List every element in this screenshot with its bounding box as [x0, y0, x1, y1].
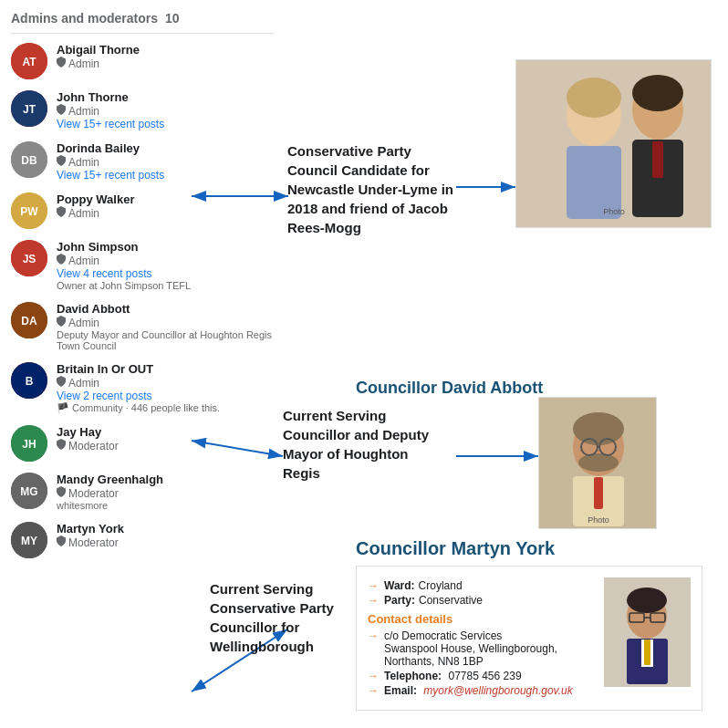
card-ward-value: Croyland: [419, 579, 463, 592]
card-arrow-ward: →: [368, 579, 379, 592]
avatar-poppy-walker: PW: [11, 192, 47, 229]
member-row-mandy-greenhalgh[interactable]: MGMandy GreenhalghModeratorwhitesmore: [11, 473, 274, 511]
member-info-abigail-thorne: Abigail ThorneAdmin: [57, 43, 274, 70]
annotation-conservative: Conservative Party Council Candidate for…: [287, 141, 456, 237]
svg-point-34: [632, 75, 683, 111]
member-name-john-thorne[interactable]: John Thorne: [57, 90, 274, 104]
svg-text:DB: DB: [21, 154, 37, 167]
annotation-councillor-text: Current Serving Councillor and Deputy Ma…: [283, 408, 429, 481]
card-ward-label: Ward:: [384, 579, 415, 592]
card-address-row: → c/o Democratic Services Swanspool Hous…: [368, 629, 593, 668]
member-name-mandy-greenhalgh[interactable]: Mandy Greenhalgh: [57, 473, 274, 486]
svg-text:JT: JT: [23, 103, 36, 116]
svg-point-49: [627, 588, 667, 613]
member-info-mandy-greenhalgh: Mandy GreenhalghModeratorwhitesmore: [57, 473, 274, 511]
member-sub-britain-in-out: 🏴 Community · 446 people like this.: [57, 402, 274, 414]
photo-martyn-york: [604, 577, 691, 687]
card-address-value: Swanspool House, Wellingborough, Northan…: [384, 642, 593, 668]
member-row-poppy-walker[interactable]: PWPoppy WalkerAdmin: [11, 192, 274, 229]
svg-text:B: B: [26, 375, 34, 388]
annotation-conservative-text: Conservative Party Council Candidate for…: [287, 143, 453, 235]
card-address-label: c/o Democratic Services: [384, 629, 593, 642]
member-row-john-simpson[interactable]: JSJohn SimpsonAdminView 4 recent postsOw…: [11, 240, 274, 291]
avatar-britain-in-out: B: [11, 362, 47, 399]
shield-icon-britain-in-out: [57, 376, 66, 390]
shield-icon-jay-hay: [57, 439, 66, 452]
card-party-label: Party:: [384, 594, 415, 607]
member-row-abigail-thorne[interactable]: ATAbigail ThorneAdmin: [11, 43, 274, 79]
member-role-john-simpson: Admin: [57, 254, 274, 267]
councillor-card: → Ward: Croyland → Party: Conservative C…: [356, 566, 702, 711]
svg-text:PW: PW: [20, 205, 38, 218]
member-name-britain-in-out[interactable]: Britain In Or OUT: [57, 362, 274, 376]
shield-icon-martyn-york: [57, 536, 66, 549]
photo-placeholder-abigail: Photo: [516, 60, 711, 227]
svg-point-40: [578, 453, 619, 472]
member-row-john-thorne[interactable]: JTJohn ThorneAdminView 15+ recent posts: [11, 90, 274, 130]
svg-text:MG: MG: [20, 485, 37, 498]
member-info-jay-hay: Jay HayModerator: [57, 425, 274, 452]
left-panel: Admins and moderators 10 ATAbigail Thorn…: [0, 0, 274, 580]
member-name-abigail-thorne[interactable]: Abigail Thorne: [57, 43, 274, 57]
section-title-text: Admins and moderators: [11, 11, 158, 26]
shield-icon-john-simpson: [57, 254, 66, 267]
member-info-martyn-york: Martyn YorkModerator: [57, 522, 274, 549]
svg-text:Photo: Photo: [603, 207, 625, 216]
councillor-martyn-title-text: Councillor Martyn York: [356, 538, 555, 558]
member-name-poppy-walker[interactable]: Poppy Walker: [57, 192, 274, 206]
avatar-mandy-greenhalgh: MG: [11, 473, 47, 509]
card-arrow-email: →: [368, 684, 379, 697]
avatar-john-simpson: JS: [11, 240, 47, 276]
shield-icon-mandy-greenhalgh: [57, 486, 66, 500]
member-info-david-abbott: David AbbottAdminDeputy Mayor and Counci…: [57, 302, 274, 351]
member-row-david-abbott[interactable]: DADavid AbbottAdminDeputy Mayor and Coun…: [11, 302, 274, 351]
member-role-abigail-thorne: Admin: [57, 57, 274, 70]
member-role-john-thorne: Admin: [57, 104, 274, 118]
card-ward-row: → Ward: Croyland: [368, 579, 593, 592]
svg-rect-55: [644, 640, 650, 665]
member-role-britain-in-out: Admin: [57, 376, 274, 390]
annotation-councillor: Current Serving Councillor and Deputy Ma…: [283, 406, 447, 483]
member-role-dorinda-bailey: Admin: [57, 155, 274, 169]
avatar-martyn-york: MY: [11, 522, 47, 558]
section-title: Admins and moderators 10: [11, 11, 274, 34]
shield-icon-david-abbott: [57, 316, 66, 329]
member-info-dorinda-bailey: Dorinda BaileyAdminView 15+ recent posts: [57, 141, 274, 182]
avatar-jay-hay: JH: [11, 425, 47, 462]
photo-david-abbott: Photo: [538, 397, 657, 529]
card-email-value: myork@wellingborough.gov.uk: [423, 684, 572, 697]
member-link-dorinda-bailey[interactable]: View 15+ recent posts: [57, 169, 274, 182]
svg-text:DA: DA: [21, 315, 37, 328]
member-link-john-thorne[interactable]: View 15+ recent posts: [57, 118, 274, 130]
member-sub-john-simpson: Owner at John Simpson TEFL: [57, 280, 274, 291]
card-tel-label: Telephone:: [384, 670, 442, 682]
card-arrow-party: →: [368, 594, 379, 607]
member-role-mandy-greenhalgh: Moderator: [57, 486, 274, 500]
member-role-david-abbott: Admin: [57, 316, 274, 329]
member-row-dorinda-bailey[interactable]: DBDorinda BaileyAdminView 15+ recent pos…: [11, 141, 274, 182]
card-arrow-tel: →: [368, 670, 379, 682]
svg-point-39: [573, 412, 624, 445]
avatar-david-abbott: DA: [11, 302, 47, 338]
member-name-martyn-york[interactable]: Martyn York: [57, 522, 274, 536]
contact-details-title: Contact details: [368, 612, 593, 626]
member-link-britain-in-out[interactable]: View 2 recent posts: [57, 390, 274, 402]
member-name-john-simpson[interactable]: John Simpson: [57, 240, 274, 254]
avatar-dorinda-bailey: DB: [11, 141, 47, 178]
svg-text:JH: JH: [22, 438, 36, 451]
member-role-poppy-walker: Admin: [57, 206, 274, 220]
svg-text:AT: AT: [22, 56, 36, 68]
shield-icon-poppy-walker: [57, 206, 66, 220]
member-name-dorinda-bailey[interactable]: Dorinda Bailey: [57, 141, 274, 155]
members-list: ATAbigail ThorneAdminJTJohn ThorneAdminV…: [11, 43, 274, 558]
member-link-john-simpson[interactable]: View 4 recent posts: [57, 267, 274, 280]
member-row-britain-in-out[interactable]: BBritain In Or OUTAdminView 2 recent pos…: [11, 362, 274, 414]
shield-icon-abigail-thorne: [57, 57, 66, 70]
card-party-value: Conservative: [419, 594, 483, 607]
photo-abigail-jacob: Photo: [515, 59, 712, 228]
member-row-martyn-york[interactable]: MYMartyn YorkModerator: [11, 522, 274, 558]
member-name-jay-hay[interactable]: Jay Hay: [57, 425, 274, 439]
member-role-martyn-york: Moderator: [57, 536, 274, 549]
member-row-jay-hay[interactable]: JHJay HayModerator: [11, 425, 274, 462]
member-name-david-abbott[interactable]: David Abbott: [57, 302, 274, 316]
